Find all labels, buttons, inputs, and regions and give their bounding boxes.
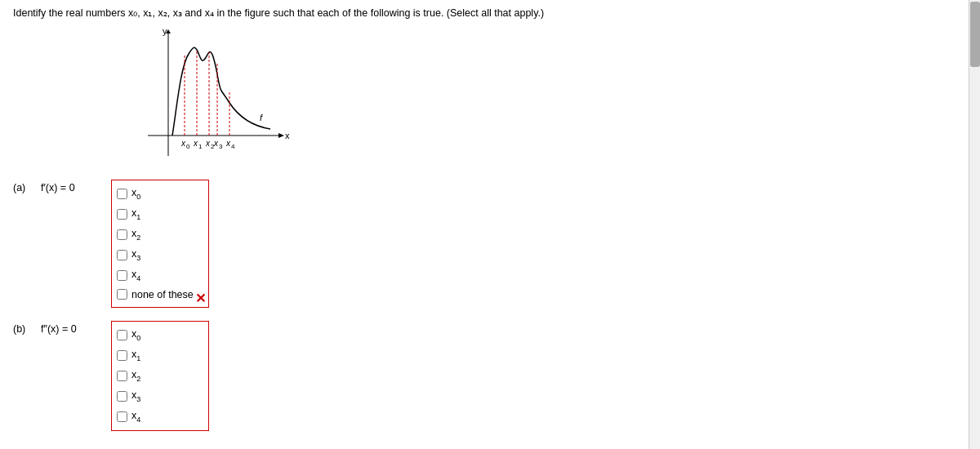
svg-text:y: y	[163, 29, 167, 36]
part-b-equation: f″(x) = 0	[41, 321, 106, 335]
part-b-label: (b)	[13, 321, 36, 335]
part-b-label-x4: x4	[131, 408, 140, 425]
part-b-label-x1: x1	[131, 347, 140, 364]
svg-marker-1	[278, 133, 284, 138]
svg-text:1: 1	[198, 143, 203, 150]
part-a-section: (a) f′(x) = 0 x0 x1 x2 x3 x4	[13, 180, 967, 309]
part-b-label-x3: x3	[131, 388, 140, 405]
part-a-x-mark: ✕	[195, 292, 206, 305]
part-a-option-x2[interactable]: x2	[117, 224, 202, 245]
part-a-checkbox-x4[interactable]	[117, 270, 127, 281]
svg-text:x: x	[225, 139, 231, 148]
part-a-label-x4: x4	[131, 267, 140, 284]
part-a-checkbox-group: x0 x1 x2 x3 x4 none of these ✕	[111, 180, 209, 309]
part-a-equation: f′(x) = 0	[41, 180, 106, 193]
part-a-option-x1[interactable]: x1	[117, 204, 202, 224]
svg-text:x: x	[205, 139, 211, 148]
svg-text:x: x	[193, 139, 198, 148]
part-b-option-x4[interactable]: x4	[117, 407, 202, 427]
svg-text:4: 4	[231, 143, 235, 150]
svg-text:x: x	[213, 139, 219, 148]
part-a-label-x2: x2	[131, 226, 140, 243]
question-text: Identify the real numbers x₀, x₁, x₂, x₃…	[13, 7, 967, 21]
part-b-checkbox-x1[interactable]	[117, 350, 127, 361]
svg-text:f: f	[260, 113, 263, 122]
part-a-checkbox-none[interactable]	[117, 289, 127, 300]
part-b-checkbox-x2[interactable]	[117, 371, 127, 381]
part-b-checkbox-group: x0 x1 x2 x3 x4	[111, 321, 209, 431]
page-container: Identify the real numbers x₀, x₁, x₂, x₃…	[0, 0, 980, 449]
part-a-label-none: none of these	[131, 287, 194, 303]
part-a-label: (a)	[13, 180, 36, 193]
part-b-checkbox-x4[interactable]	[117, 411, 127, 422]
part-a-option-x0[interactable]: x0	[117, 184, 202, 204]
part-b-option-x3[interactable]: x3	[117, 386, 202, 407]
scrollbar-thumb[interactable]	[970, 2, 980, 67]
part-b-section: (b) f″(x) = 0 x0 x1 x2 x3 x4	[13, 321, 967, 431]
part-b-label-x0: x0	[131, 327, 140, 344]
part-b-option-x1[interactable]: x1	[117, 345, 202, 366]
part-a-option-x4[interactable]: x4	[117, 265, 202, 286]
scrollbar[interactable]	[969, 0, 980, 449]
part-a-option-none[interactable]: none of these	[117, 286, 202, 305]
part-b-checkbox-x0[interactable]	[117, 330, 127, 340]
part-a-label-x3: x3	[131, 247, 140, 264]
svg-text:x: x	[180, 139, 186, 148]
part-a-label-x0: x0	[131, 185, 140, 202]
part-b-label-x2: x2	[131, 367, 140, 385]
part-b-checkbox-x3[interactable]	[117, 391, 127, 402]
figure-container: x y f x 0 x	[127, 29, 307, 167]
svg-text:3: 3	[219, 143, 223, 150]
part-b-option-x0[interactable]: x0	[117, 325, 202, 345]
part-a-checkbox-x2[interactable]	[117, 229, 127, 240]
svg-text:x: x	[285, 131, 290, 140]
part-a-label-x1: x1	[131, 206, 140, 223]
part-a-checkbox-x0[interactable]	[117, 189, 127, 199]
part-a-checkbox-x3[interactable]	[117, 250, 127, 260]
svg-text:0: 0	[186, 143, 190, 150]
graph-svg: x y f x 0 x	[127, 29, 291, 164]
part-a-checkbox-x1[interactable]	[117, 209, 127, 220]
part-b-option-x2[interactable]: x2	[117, 366, 202, 386]
part-a-option-x3[interactable]: x3	[117, 245, 202, 265]
